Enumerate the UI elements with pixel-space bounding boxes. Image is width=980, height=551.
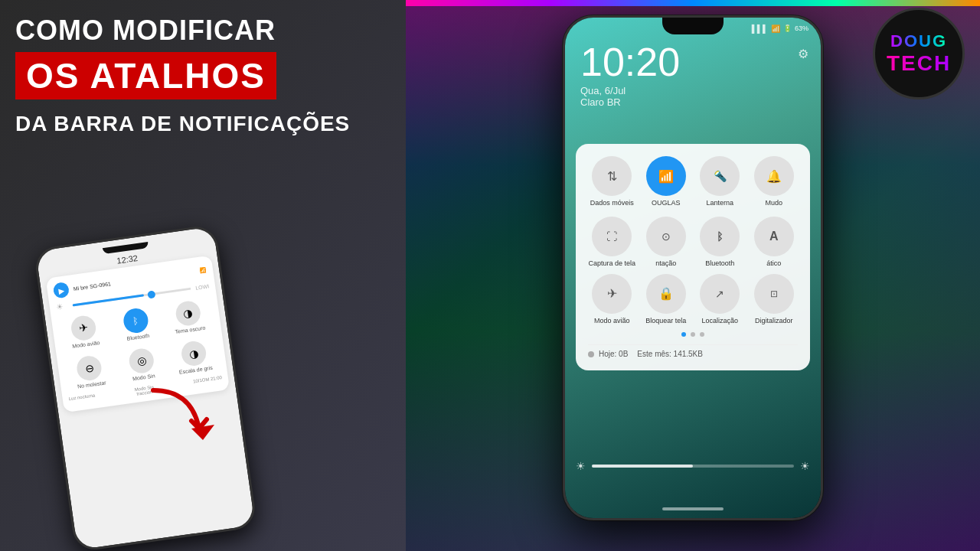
airplane-mode-btn[interactable]: ✈ (592, 274, 632, 314)
airplane-label: Modo avião (72, 340, 100, 349)
logo-doug: DOUG (890, 31, 947, 51)
list-item: ⇅ Dados móveis (588, 156, 636, 207)
brightness-track[interactable] (592, 465, 794, 468)
right-panel: DOUG TECH ▌▌▌ 📶 🔋 63% (406, 0, 980, 551)
signal-icon: 📶 (200, 267, 207, 274)
dnd-label: No molestar (77, 380, 106, 389)
logo-tech: TECH (887, 51, 951, 76)
list-item: ᛒ Bluetooth (696, 217, 744, 268)
screenshot-btn[interactable]: ⛶ (592, 217, 632, 256)
mode-label: Modo Sin (132, 373, 155, 381)
list-item: A ático (750, 217, 799, 268)
data-today: Hoje: 0B (599, 350, 628, 358)
dark-theme-label: Tema oscuro (175, 325, 206, 335)
logo: DOUG TECH (873, 8, 965, 99)
list-item: ⊖ No molestar (63, 350, 117, 394)
battery-icon: 🔋 (783, 24, 792, 32)
date-display: Qua, 6/Jul (580, 85, 680, 96)
bluetooth-label-left: Bluetooth (126, 333, 149, 341)
airplane-icon[interactable]: ✈ (70, 315, 97, 342)
dark-theme-icon[interactable]: ◑ (174, 299, 201, 327)
list-item: ⛶ Captura de tela (588, 217, 636, 268)
scanner-btn[interactable]: ⊡ (754, 274, 794, 314)
lock-screen-btn[interactable]: 🔒 (646, 274, 686, 314)
list-item: 🔒 Bloquear tela (642, 274, 691, 325)
lowi-label: LOWI (195, 283, 210, 290)
color-bar (406, 0, 980, 6)
arrow-svg (138, 383, 230, 459)
wifi-label: OUGLAS (652, 199, 681, 207)
title-line2: OS ATALHOS (26, 57, 266, 96)
signal-bars-icon: ▌▌▌ (752, 24, 768, 33)
page-dots (588, 332, 798, 337)
data-month: Este mês: 141.5KB (637, 350, 703, 358)
qs-row2: ⛶ Captura de tela ⊙ ntação ᛒ Bluetooth (588, 217, 798, 268)
right-phone-frame: ▌▌▌ 📶 🔋 63% 10:20 Qua, 6/Jul Claro BR ⚙ (563, 15, 823, 520)
auto-btn[interactable]: A (754, 217, 794, 256)
list-item: ✈ Modo avião (57, 309, 112, 354)
qs-row3: ✈ Modo avião 🔒 Bloquear tela ↗ Localizaç… (588, 274, 798, 325)
mobile-data-btn[interactable]: ⇅ (592, 156, 632, 196)
list-item: 🔦 Lanterna (696, 156, 744, 207)
settings-icon[interactable]: ⚙ (798, 47, 808, 61)
gray-icon[interactable]: ◑ (180, 340, 207, 367)
flashlight-label: Lanterna (706, 199, 733, 207)
arrow-wrapper (138, 383, 230, 459)
rotation-btn[interactable]: ⊙ (646, 217, 686, 256)
title-area: COMO MODIFICAR OS ATALHOS DA BARRA DE NO… (15, 15, 390, 139)
slider-fill (73, 294, 144, 306)
list-item: ⊙ ntação (642, 217, 691, 268)
list-item: 🔔 Mudo (750, 156, 799, 207)
list-item: ᛒ Bluetooth (109, 302, 164, 347)
location-label: Localização (701, 317, 738, 325)
title-line2-wrapper: OS ATALHOS (15, 52, 276, 100)
flashlight-btn[interactable]: 🔦 (700, 156, 740, 196)
brightness-bar: ☀ ☀ (576, 460, 810, 472)
main-container: COMO MODIFICAR OS ATALHOS DA BARRA DE NO… (0, 0, 980, 551)
low-brightness-icon: ☀ (55, 302, 68, 311)
mute-label: Mudo (765, 199, 782, 207)
phone-time-display: 10:20 Qua, 6/Jul Claro BR (580, 42, 680, 108)
dnd-icon[interactable]: ⊖ (76, 354, 103, 382)
brightness-fill (592, 465, 693, 468)
notification-panel: ⇅ Dados móveis 📶 OUGLAS 🔦 Lanterna (576, 144, 810, 370)
dot-1 (681, 332, 686, 337)
data-usage-info: Hoje: 0B Este mês: 141.5KB (588, 344, 798, 358)
location-btn[interactable]: ↗ (700, 274, 740, 314)
dot-3 (700, 332, 704, 337)
right-phone-notch (662, 18, 724, 34)
mode-icon[interactable]: ◎ (128, 347, 155, 374)
list-item: ◎ Modo Sin (115, 342, 169, 386)
data-dot (588, 351, 594, 357)
gray-label: Escala de gris (179, 365, 214, 375)
wifi-btn[interactable]: 📶 (646, 156, 686, 196)
auto-label: ático (766, 259, 781, 268)
carrier-display: Claro BR (580, 96, 680, 108)
left-panel: COMO MODIFICAR OS ATALHOS DA BARRA DE NO… (0, 0, 406, 551)
brightness-low-icon: ☀ (576, 460, 586, 472)
bluetooth-btn[interactable]: ᛒ (700, 217, 740, 256)
right-phone-wrapper: ▌▌▌ 📶 🔋 63% 10:20 Qua, 6/Jul Claro BR ⚙ (563, 15, 823, 520)
list-item: ↗ Localização (696, 274, 744, 325)
list-item: ◑ Tema oscuro (162, 295, 216, 339)
mobile-data-label: Dados móveis (590, 199, 634, 207)
title-line3: DA BARRA DE NOTIFICAÇÕES (15, 110, 390, 138)
right-phone-screen: ▌▌▌ 📶 🔋 63% 10:20 Qua, 6/Jul Claro BR ⚙ (565, 18, 821, 518)
list-item: ⊡ Digitalizador (750, 274, 799, 325)
rotation-label: ntação (655, 259, 676, 268)
list-item: 📶 OUGLAS (642, 156, 691, 207)
scanner-label: Digitalizador (755, 317, 793, 325)
mute-btn[interactable]: 🔔 (754, 156, 794, 196)
list-item: ◑ Escala de gris (167, 335, 221, 380)
title-line1: COMO MODIFICAR (15, 15, 390, 46)
bluetooth-icon-left[interactable]: ᛒ (122, 307, 149, 334)
lock-screen-label: Bloquear tela (645, 317, 686, 325)
screenshot-label: Captura de tela (588, 259, 635, 268)
list-item: ✈ Modo avião (588, 274, 636, 325)
airplane-mode-label: Modo avião (594, 317, 630, 325)
battery-percent: 63% (795, 24, 808, 32)
qs-row1: ⇅ Dados móveis 📶 OUGLAS 🔦 Lanterna (588, 156, 798, 207)
wifi-status-icon: 📶 (771, 24, 780, 33)
luz-label: Luz nocturna (68, 393, 96, 406)
brightness-high-icon: ☀ (800, 460, 810, 472)
